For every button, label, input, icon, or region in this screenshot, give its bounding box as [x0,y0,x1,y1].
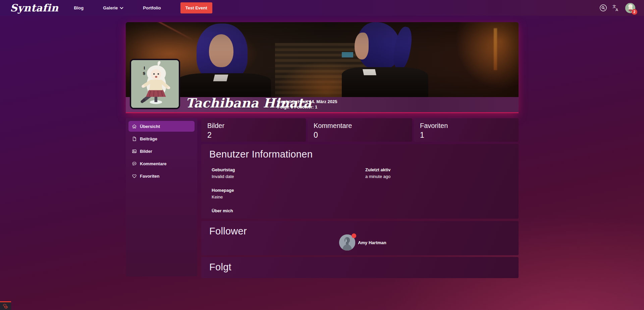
stat-card-bilder: Bilder 2 [201,118,306,142]
stats-row: Bilder 2 Kommentare 0 Favoriten 1 [201,118,519,142]
field-value: a minute ago [365,174,511,179]
comment-icon [132,161,137,166]
nav-link-galerie[interactable]: Galerie [103,5,123,10]
search-icon[interactable] [599,4,607,12]
heart-icon [132,174,137,179]
user-info-fields: Geburtstag Invalid date Homepage Keine Ü… [209,167,511,229]
sidebar-item-beitraege[interactable]: Beiträge [128,133,195,144]
field-zuletzt-aktiv: Zuletzt aktiv a minute ago [365,167,511,179]
field-label: Über mich [212,208,365,213]
nav-link-blog-label: Blog [74,5,84,10]
svg-text:I: I [144,65,145,71]
user-avatar[interactable]: 2 [625,3,635,13]
follower-name: Amy Hartman [358,240,386,245]
following-card: Folgt [201,257,519,278]
stat-value: 1 [420,131,513,140]
field-value: Keine [212,194,365,200]
nav-link-blog[interactable]: Blog [74,5,84,10]
banner-vignette [126,22,519,97]
site-logo[interactable]: Syntafin [10,0,58,16]
home-icon [132,124,137,129]
main-column: Bilder 2 Kommentare 0 Favoriten 1 Benutz… [201,118,519,278]
sidebar-item-uebersicht[interactable]: Übersicht [128,121,195,132]
stat-card-kommentare: Kommentare 0 [308,118,412,142]
stat-label: Favoriten [420,122,513,130]
user-info-card: Benutzer Informationen Geburtstag Invali… [201,144,519,219]
sidebar-item-kommentare[interactable]: Kommentare [128,158,195,169]
content-area: Übersicht Beiträge Bilder Kommentare [126,118,519,278]
top-nav: Syntafin Blog Galerie Portfolio Test Eve… [0,0,644,16]
svg-text:A: A [615,8,618,12]
field-geburtstag: Geburtstag Invalid date [212,167,365,179]
profile-meta: Registriert seit 14. März 2025 Folgt: 0 … [277,99,337,110]
following-title: Folgt [209,262,511,273]
info-column-right: Zuletzt aktiv a minute ago [365,167,511,229]
laravel-debugbar-toggle[interactable] [0,301,11,310]
info-column-left: Geburtstag Invalid date Homepage Keine Ü… [212,167,365,229]
sidebar-item-label: Favoriten [140,174,160,179]
stat-label: Kommentare [314,122,406,130]
sidebar-item-label: Kommentare [140,161,166,166]
profile-head-strip: I $ Tachibana Hinata Registriert seit 14… [126,97,519,112]
nav-link-portfolio[interactable]: Portfolio [143,5,161,10]
field-label: Homepage [212,188,365,193]
nav-link-galerie-label: Galerie [103,5,118,10]
field-label: Geburtstag [212,167,365,172]
laravel-icon [3,304,8,309]
stat-card-favoriten: Favoriten 1 [414,118,519,142]
test-event-button[interactable]: Test Event [180,2,212,13]
sidebar-item-label: Übersicht [140,124,160,129]
sidebar-item-label: Beiträge [140,136,157,141]
field-homepage: Homepage Keine [212,188,365,200]
stat-value: 2 [207,131,300,140]
banner-image [126,22,519,97]
profile-avatar-image: I $ [131,60,179,108]
profile-follow-stats: Folgt: 0 Follower: 1 [277,104,337,110]
translate-icon[interactable]: 文 A [612,4,620,12]
stat-label: Bilder [207,122,300,130]
field-value [212,215,365,220]
profile-page: Syntafin Blog Galerie Portfolio Test Eve… [0,0,644,310]
notification-badge: 2 [632,9,637,15]
document-icon [132,136,137,141]
field-value: Invalid date [212,174,365,179]
sidebar-item-bilder[interactable]: Bilder [128,146,195,157]
image-icon [132,149,137,154]
nav-link-portfolio-label: Portfolio [143,5,161,10]
field-label: Zuletzt aktiv [365,167,511,172]
profile-sidebar: Übersicht Beiträge Bilder Kommentare [126,118,197,276]
chevron-down-icon [120,7,123,9]
field-ueber-mich: Über mich [212,208,365,220]
profile-registered: Registriert seit 14. März 2025 [277,99,337,104]
user-info-title: Benutzer Informationen [209,149,511,160]
follower-entry-amy-hartman[interactable]: Amy Hartman [339,234,386,251]
profile-banner: I $ Tachibana Hinata Registriert seit 14… [126,22,519,113]
nav-right-group: 文 A 2 [599,3,635,13]
follower-avatar [339,234,355,251]
profile-avatar: I $ [130,59,180,109]
sidebar-item-label: Bilder [140,149,152,154]
online-status-dot [352,233,356,238]
stat-value: 0 [314,131,406,140]
follower-card: Follower Amy Hartman [201,221,519,255]
sidebar-item-favoriten[interactable]: Favoriten [128,171,195,181]
svg-text:$: $ [143,71,146,76]
